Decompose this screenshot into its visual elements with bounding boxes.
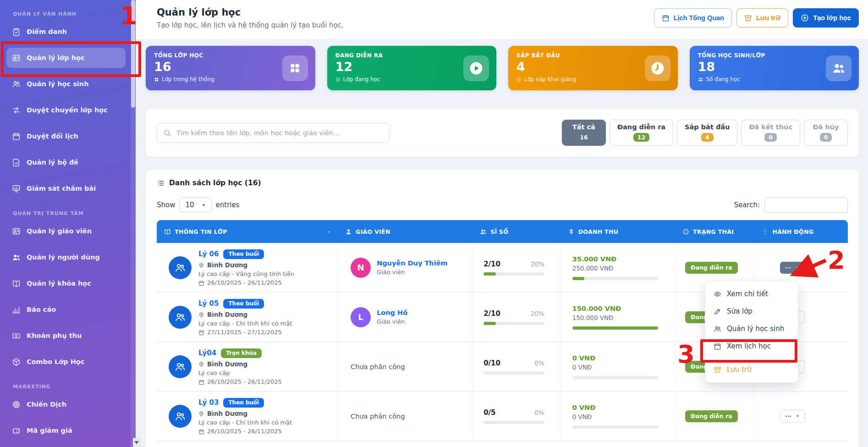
bar-chart-icon xyxy=(12,305,21,314)
filter-tab-upcoming[interactable]: Sắp bắt đầu 4 xyxy=(677,120,737,146)
class-size-percent: 0% xyxy=(534,409,544,416)
class-location: Bình Dương xyxy=(207,410,247,417)
filter-tab-finished[interactable]: Đã kết thúc 0 xyxy=(741,120,800,146)
menu-item-manage-students[interactable]: Quản lý học sinh xyxy=(705,320,798,337)
class-size: 0/10 xyxy=(483,359,500,367)
sidebar-item-chien-dich[interactable]: Chiến Dịch xyxy=(6,394,126,414)
archive-button[interactable]: Lưu trữ xyxy=(736,8,788,28)
create-class-button[interactable]: Tạo lớp học xyxy=(793,8,859,28)
column-header-status[interactable]: TRẠNG THÁI xyxy=(693,228,734,235)
teacher-unassigned: Chưa phân công xyxy=(343,413,467,420)
sidebar-section-operations: QUẢN LÝ VẬN HÀNH xyxy=(13,11,126,17)
sidebar-item-combo-lop-hoc[interactable]: Combo Lớp Học xyxy=(6,352,126,372)
revenue-progress-fill xyxy=(572,326,658,330)
row-actions-menu: Xem chi tiết Sửa lớp Quản lý học sinh Xe… xyxy=(705,281,798,383)
class-location: Bình Dương xyxy=(207,360,247,368)
teacher-role: Giáo viên xyxy=(377,318,407,325)
menu-item-label: Sửa lớp xyxy=(727,307,753,315)
table-search-input[interactable] xyxy=(764,197,848,213)
scroll-down-button[interactable] xyxy=(133,438,140,447)
clock-icon xyxy=(516,76,522,83)
filter-tab-all[interactable]: Tất cả 16 xyxy=(562,120,606,146)
column-header-class-info[interactable]: THÔNG TIN LỚP xyxy=(175,228,227,235)
sidebar-item-diem-danh[interactable]: Điểm danh xyxy=(6,22,126,42)
menu-item-label: Lưu trữ xyxy=(727,365,752,374)
revenue-total: 150.000 VNĐ xyxy=(572,314,658,321)
stat-card-total-students: TỔNG HỌC SINH/LỚP 18 Số đang học xyxy=(690,46,859,90)
revenue-current: 0 VNĐ xyxy=(572,354,658,362)
revenue-total: 0 VNĐ xyxy=(572,364,658,371)
class-name-link[interactable]: Lý04 xyxy=(198,349,216,357)
class-avatar xyxy=(169,306,192,329)
clock-icon xyxy=(645,55,670,81)
size-progress-track xyxy=(483,371,544,375)
filter-tab-count: 16 xyxy=(580,133,588,142)
sidebar-item-duyet-chuyen-lop[interactable]: Duyệt chuyển lớp học xyxy=(6,100,126,120)
sidebar-item-label: Duyệt đổi lịch xyxy=(27,132,78,140)
sidebar-item-ma-giam-gia[interactable]: Mã giảm giá xyxy=(6,420,126,441)
sidebar-section-marketing: MARKETING xyxy=(13,384,126,390)
table-row: Lý 03 Theo buổi Bình Dương Lý cao cấp - … xyxy=(157,392,848,441)
map-pin-icon xyxy=(198,360,204,368)
filter-tab-count: 12 xyxy=(633,133,649,142)
archive-label: Lưu trữ xyxy=(756,14,780,22)
menu-item-archive[interactable]: Lưu trữ xyxy=(705,361,798,378)
sidebar-item-label: Quản lý khóa học xyxy=(27,280,91,287)
sidebar-item-khoan-phu-thu[interactable]: Khoản phụ thu xyxy=(6,326,126,346)
class-location: Bình Dương xyxy=(207,261,247,269)
class-size-percent: 20% xyxy=(531,310,544,317)
class-search-input[interactable] xyxy=(157,123,390,143)
size-progress-fill xyxy=(483,272,496,276)
sidebar-item-quan-ly-bo-de[interactable]: Quản lý bộ đề xyxy=(6,152,126,172)
overview-calendar-button[interactable]: Lịch Tổng Quan xyxy=(654,8,732,28)
person-icon xyxy=(345,228,352,235)
class-name-link[interactable]: Lý 05 xyxy=(198,299,219,308)
teacher-unassigned: Chưa phân công xyxy=(343,363,467,370)
pencil-icon xyxy=(714,307,721,315)
caret-down-icon xyxy=(795,414,800,419)
class-name-link[interactable]: Lý 03 xyxy=(198,398,219,407)
users-fill-icon xyxy=(826,55,852,81)
column-header-revenue[interactable]: DOANH THU xyxy=(578,228,618,235)
grid-icon xyxy=(282,55,308,81)
teacher-name-link[interactable]: Nguyễn Duy Thiêm xyxy=(377,259,447,267)
column-header-size[interactable]: SĨ SỐ xyxy=(490,228,508,235)
ticket-icon xyxy=(12,426,21,435)
size-progress-track xyxy=(483,272,544,276)
row-actions-button[interactable] xyxy=(780,410,805,423)
page-size-select[interactable]: 10 xyxy=(179,198,211,212)
class-type-badge: Theo buổi xyxy=(223,249,264,259)
sidebar-item-quan-ly-giao-vien[interactable]: Quản lý giáo viên xyxy=(6,221,126,241)
column-header-actions[interactable]: HÀNH ĐỘNG xyxy=(772,228,813,235)
sidebar-item-duyet-doi-lich[interactable]: Duyệt đổi lịch xyxy=(6,126,126,146)
revenue-current: 35.000 VNĐ xyxy=(572,255,658,263)
play-circle-icon xyxy=(335,76,341,83)
users-fill-icon xyxy=(698,76,703,83)
sidebar-item-quan-ly-khoa-hoc[interactable]: Quản lý khóa học xyxy=(6,273,126,293)
column-header-teacher[interactable]: GIÁO VIÊN xyxy=(356,228,390,235)
sidebar-item-bao-cao[interactable]: Báo cáo xyxy=(6,299,126,320)
sidebar-item-giam-sat-cham-bai[interactable]: Giám sát chấm bài xyxy=(6,178,126,199)
size-progress-fill xyxy=(483,322,496,325)
teacher-name-link[interactable]: Long Hồ xyxy=(377,309,407,316)
sidebar-item-quan-ly-nguoi-dung[interactable]: Quản lý người dùng xyxy=(6,247,126,267)
sidebar-item-label: Mã giảm giá xyxy=(27,427,72,434)
menu-item-view-details[interactable]: Xem chi tiết xyxy=(705,285,798,303)
filter-tab-cancelled[interactable]: Đã hủy 0 xyxy=(804,120,848,146)
sidebar-item-label: Quản lý người dùng xyxy=(27,254,100,261)
class-type-badge: Theo buổi xyxy=(223,398,264,408)
class-name-link[interactable]: Lý 06 xyxy=(198,250,219,258)
size-progress-track xyxy=(483,322,544,325)
page-subtitle: Tạo lớp học, lên lịch và hệ thống quản l… xyxy=(157,21,344,29)
sidebar-item-label: Combo Lớp Học xyxy=(27,358,84,365)
filter-tab-label: Đã hủy xyxy=(812,123,840,131)
filter-tab-ongoing[interactable]: Đang diễn ra 12 xyxy=(610,120,673,146)
calendar-icon xyxy=(662,14,670,22)
revenue-total: 0 VNĐ xyxy=(572,413,658,420)
class-dates: 27/11/2025 - 27/12/2025 xyxy=(207,329,282,336)
stat-cards: TỔNG LỚP HỌC 16 Lớp trong hệ thống ĐANG … xyxy=(146,46,859,90)
sort-caret-icon[interactable] xyxy=(326,228,331,235)
annotation-box-step3 xyxy=(700,339,797,363)
menu-item-edit-class[interactable]: Sửa lớp xyxy=(705,303,798,320)
stat-footer-label: Số đang học xyxy=(706,76,740,83)
